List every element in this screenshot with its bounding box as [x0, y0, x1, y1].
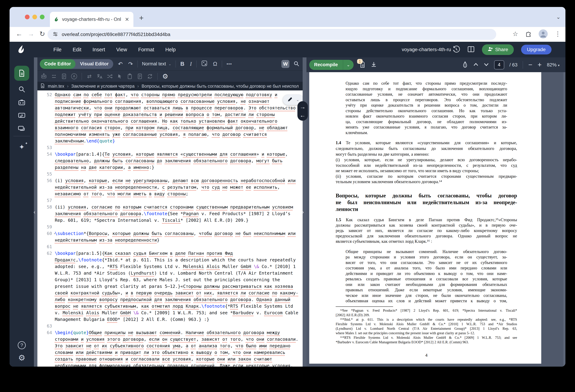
menu-insert[interactable]: Insert [93, 47, 105, 52]
menu-format[interactable]: Format [138, 47, 154, 52]
ai-sparkle-icon[interactable]: ✦✦ [14, 140, 29, 154]
code-line-content[interactable] [55, 171, 303, 177]
breadcrumb-item[interactable]: Заключение и условия чартера [71, 84, 135, 89]
upgrade-button[interactable]: Upgrade [521, 45, 551, 54]
prev-page-icon[interactable] [473, 62, 479, 67]
widget-chevron-down-icon[interactable]: ⌄ [296, 98, 299, 102]
browser-tab[interactable]: voyage-charters-4th-ru - Onl ✕ [50, 12, 133, 27]
code-line-content[interactable]: \bookpar[para:1.5]{Как сказал судья Бинг… [55, 250, 303, 323]
code-line-content[interactable]: \subsection*{Вопросы, которые должны быт… [55, 230, 303, 244]
code-line-content[interactable] [55, 244, 303, 250]
contrast-icon[interactable] [462, 61, 468, 69]
site-settings-icon[interactable] [53, 31, 58, 37]
close-window-button[interactable] [25, 15, 30, 19]
code-line-content[interactable]: \begin{quote}Общие принципы не вызывают … [55, 329, 303, 367]
next-page-icon[interactable] [484, 62, 489, 67]
file-tree-icon[interactable] [14, 66, 29, 81]
code-line[interactable]: 58(ii) условия, согласие по которым счит… [37, 204, 303, 224]
menu-view[interactable]: View [116, 47, 127, 52]
redo-icon[interactable]: ↷ [128, 61, 133, 67]
menu-edit[interactable]: Edit [73, 47, 81, 52]
download-pdf-icon[interactable] [370, 61, 377, 69]
editor-search-icon[interactable] [293, 61, 300, 68]
back-button[interactable]: ← [16, 30, 23, 38]
forward-button[interactable]: → [28, 30, 34, 38]
pdf-scrollbar[interactable] [563, 72, 565, 367]
page-input[interactable]: 4 [494, 60, 504, 69]
ai-assistant-icon[interactable] [40, 72, 48, 81]
code-line[interactable]: 64\begin{quote}Общие принципы не вызываю… [37, 329, 303, 367]
extensions-icon[interactable] [525, 30, 532, 38]
browser-menu-icon[interactable]: ⋮ [555, 30, 561, 38]
fold-marker-icon[interactable]: ▾ [54, 230, 55, 237]
italic-button[interactable]: I [190, 61, 192, 67]
code-line-content[interactable] [55, 197, 303, 204]
bookmark-star-icon[interactable]: ☆ [513, 30, 518, 38]
overleaf-logo-icon[interactable] [17, 45, 26, 54]
share-button[interactable]: Share [482, 44, 514, 55]
code-line[interactable]: 53 [37, 144, 303, 151]
spellcheck-icon[interactable]: A [70, 72, 78, 81]
code-line[interactable]: 61 [37, 244, 303, 250]
editor-mode-toggle[interactable]: Code Editor Visual Editor [40, 59, 113, 69]
toolbar-more-icon[interactable]: ••• [227, 62, 232, 66]
minimize-window-button[interactable] [32, 15, 37, 19]
document-summary-icon[interactable] [60, 72, 68, 81]
resync-icon[interactable] [145, 72, 154, 81]
code-line-content[interactable]: (ii) условия, согласие по которым считае… [55, 204, 303, 224]
menu-file[interactable]: File [53, 47, 62, 52]
recompile-button[interactable]: Recompile ⌄ [309, 60, 354, 70]
code-editor-content[interactable]: 52Однако сам по себе тот факт, что сторо… [37, 90, 303, 367]
code-line[interactable]: 56(i) условия, которые, если не урегулир… [37, 177, 303, 197]
code-line-content[interactable] [55, 144, 303, 151]
pdf-viewer[interactable]: Однако сам по себе тот факт, что стороны… [307, 72, 565, 367]
symbol-omega-button[interactable]: Ω [213, 61, 217, 67]
project-name[interactable]: voyage-charters-4th-ru ⌄ [402, 47, 455, 52]
tab-search-icon[interactable]: ⌄ [556, 14, 561, 20]
shuffle-icon[interactable] [105, 72, 114, 81]
layout-icon[interactable] [467, 46, 475, 53]
settings-gear-icon[interactable]: ⚙ [14, 350, 29, 365]
file-tree-collapsed-strip[interactable]: ‹ [34, 57, 37, 367]
integrations-icon[interactable] [14, 95, 29, 110]
compile-log-button[interactable]: 1 [359, 61, 366, 69]
translate-icon[interactable] [95, 72, 104, 81]
recompile-dropdown-icon[interactable]: ⌄ [343, 62, 354, 67]
code-line[interactable]: 55 [37, 171, 303, 177]
undo-icon[interactable]: ↶ [118, 61, 123, 67]
zoom-window-button[interactable] [40, 15, 45, 19]
code-line[interactable]: 59 [37, 224, 303, 230]
code-line[interactable]: 60▾\subsection*{Вопросы, которые должны … [37, 230, 303, 244]
code-line-content[interactable] [55, 323, 303, 329]
code-line[interactable]: 52Однако сам по себе тот факт, что сторо… [37, 92, 303, 144]
address-bar[interactable]: overleaf.com/project/69ce88777f4d521bbd3… [48, 29, 496, 40]
pencil-icon[interactable] [287, 97, 293, 103]
bold-button[interactable]: B [180, 61, 184, 67]
paragraph-style-dropdown[interactable]: Normal text⌄ [142, 61, 171, 67]
swap-arrows-icon[interactable]: ⇄ [85, 72, 94, 81]
jump-to-code-icon[interactable]: ← [300, 112, 306, 118]
reload-button[interactable]: ↻ [40, 30, 45, 38]
search-icon[interactable] [14, 82, 29, 97]
zoom-in-icon[interactable]: + [538, 61, 542, 69]
code-line[interactable]: 57 [37, 197, 303, 204]
expand-left-panel-icon[interactable]: ‹ [34, 209, 35, 215]
menu-help[interactable]: Help [165, 47, 176, 52]
code-editor-tab[interactable]: Code Editor [40, 59, 75, 69]
cursor-icon[interactable] [115, 72, 124, 81]
zoom-out-icon[interactable]: − [528, 61, 532, 69]
code-line-content[interactable]: \bookpar[para:1.4]{Те условия, которые я… [55, 151, 303, 171]
chat-icon[interactable] [14, 122, 29, 136]
profile-avatar[interactable] [539, 29, 548, 38]
math-insert-icon[interactable] [201, 60, 208, 68]
code-line[interactable]: 54\bookpar[para:1.4]{Те условия, которые… [37, 151, 303, 171]
code-line[interactable]: 62\bookpar[para:1.5]{Как сказал судья Би… [37, 250, 303, 323]
visual-editor-tab[interactable]: Visual Editor [75, 61, 113, 67]
history-icon[interactable] [452, 45, 460, 54]
code-line-content[interactable]: Однако сам по себе тот факт, что стороны… [55, 92, 303, 144]
editor-settings-gear-icon[interactable]: ⚙ [161, 72, 169, 81]
zoom-level-dropdown[interactable]: 82% ▾ [547, 62, 559, 68]
review-icon[interactable] [14, 108, 29, 123]
jump-to-pdf-icon[interactable]: → [300, 104, 306, 110]
new-tab-button[interactable]: + [139, 14, 144, 22]
